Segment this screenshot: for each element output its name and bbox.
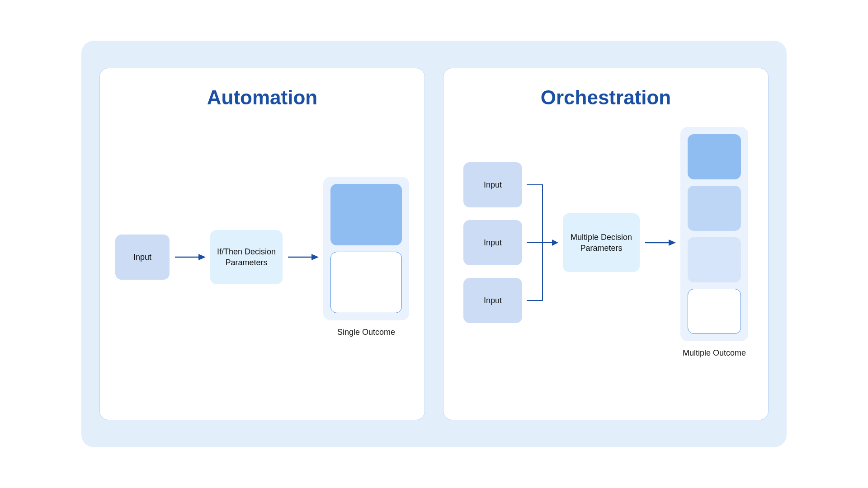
orchestration-flow: Input Input Input Multiple Decision Para… xyxy=(457,127,755,358)
automation-decision-node: If/Then Decision Parameters xyxy=(210,230,283,284)
orchestration-title: Orchestration xyxy=(541,86,671,109)
orchestration-inputs: Input Input Input xyxy=(463,162,522,323)
automation-outcome-container xyxy=(323,177,409,320)
diagram-canvas: Automation Input If/Then Decision Parame… xyxy=(81,41,787,447)
automation-outcome-group: Single Outcome xyxy=(323,177,409,338)
merge-connector-icon xyxy=(527,162,558,323)
arrow-icon xyxy=(174,254,206,260)
orchestration-outcome-container xyxy=(680,127,748,341)
outcome-slot-3 xyxy=(688,237,741,282)
orchestration-input-node: Input xyxy=(463,162,522,207)
orchestration-outcome-group: Multiple Outcome xyxy=(680,127,748,358)
automation-input-node: Input xyxy=(115,235,170,280)
svg-marker-6 xyxy=(552,239,558,246)
orchestration-panel: Orchestration Input Input Input Multiple… xyxy=(443,68,769,420)
automation-outcome-caption: Single Outcome xyxy=(323,327,409,338)
orchestration-input-node: Input xyxy=(463,220,522,265)
orchestration-decision-node: Multiple Decision Parameters xyxy=(563,213,640,272)
automation-title: Automation xyxy=(207,86,317,109)
automation-panel: Automation Input If/Then Decision Parame… xyxy=(99,68,425,420)
outcome-slot-2 xyxy=(688,186,741,231)
arrow-icon xyxy=(287,254,319,260)
orchestration-input-node: Input xyxy=(463,278,522,323)
outcome-slot-1 xyxy=(688,134,741,179)
outcome-slot-unselected xyxy=(330,252,402,313)
outcome-slot-4 xyxy=(688,289,741,334)
arrow-icon xyxy=(644,239,676,246)
orchestration-outcome-caption: Multiple Outcome xyxy=(680,347,748,358)
svg-marker-3 xyxy=(311,254,319,260)
svg-marker-8 xyxy=(669,239,676,246)
svg-marker-1 xyxy=(198,254,206,260)
automation-flow: Input If/Then Decision Parameters xyxy=(115,177,409,338)
outcome-slot-selected xyxy=(330,184,402,245)
